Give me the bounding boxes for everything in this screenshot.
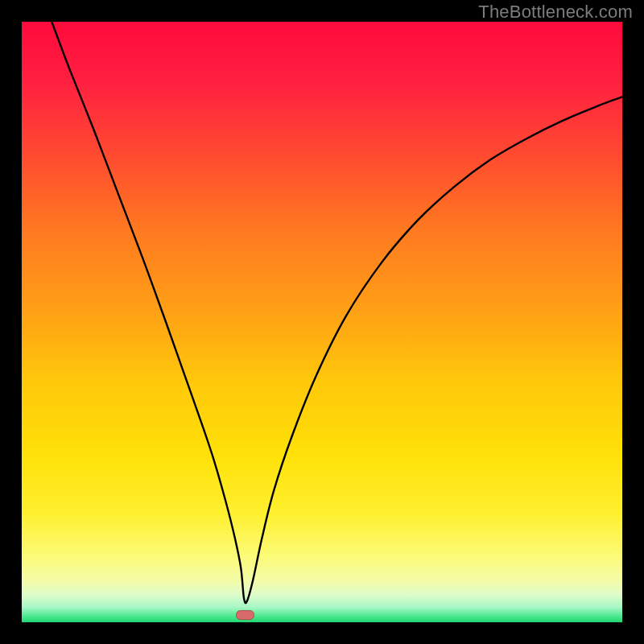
watermark-text: TheBottleneck.com [478,2,633,23]
plot-svg [22,22,622,622]
minimum-marker [237,611,254,620]
gradient-background [22,22,622,622]
chart-frame: TheBottleneck.com [0,0,644,644]
plot-area [22,22,622,622]
